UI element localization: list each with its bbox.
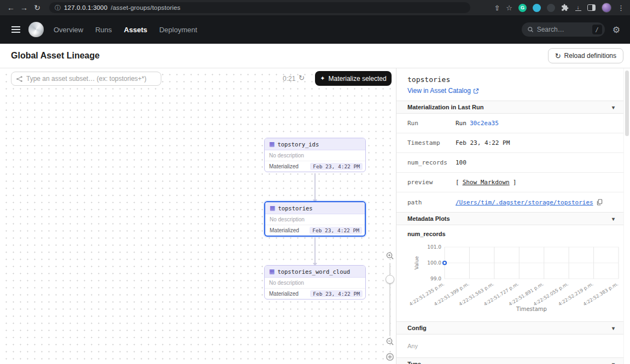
materialize-selected-button[interactable]: ✦ Materialize selected: [315, 71, 392, 86]
svg-text:Value: Value: [414, 256, 419, 269]
asset-node-name: topstory_ids: [277, 141, 319, 148]
metadata-row-preview: preview [Show Markdown]: [396, 173, 623, 192]
asset-node-name: topstories: [278, 205, 312, 212]
browser-reload-icon[interactable]: ↻: [31, 2, 44, 14]
nav-item-overview[interactable]: Overview: [54, 26, 83, 34]
url-host: 127.0.0.1:3000: [64, 4, 108, 11]
table-icon: ▦: [269, 268, 275, 274]
asset-node-description: No description: [265, 278, 365, 289]
materialization-timestamp-badge: Feb 23, 4:22 PM: [310, 227, 362, 234]
grammarly-extension-icon[interactable]: G: [518, 4, 527, 12]
section-type[interactable]: Type ▾: [396, 357, 623, 364]
svg-text:100.0: 100.0: [427, 260, 441, 266]
section-metadata-plots[interactable]: Metadata Plots ▾: [396, 212, 623, 225]
browser-chrome: ← → ↻ ⓘ 127.0.0.1:3000/asset-groups/tops…: [0, 0, 630, 15]
dagster-logo[interactable]: [28, 22, 44, 37]
refresh-icon[interactable]: ↻: [299, 74, 305, 82]
settings-gear-icon[interactable]: ⚙: [612, 25, 620, 35]
bookmark-star-icon[interactable]: ☆: [506, 4, 512, 12]
refresh-countdown: 0:21: [283, 75, 295, 83]
browser-back-icon[interactable]: ←: [4, 2, 18, 14]
downloads-icon[interactable]: ↓: [575, 5, 581, 11]
asset-node-topstory-ids[interactable]: ▦topstory_ids No description Materialize…: [264, 138, 366, 172]
metadata-row-timestamp: Timestamp Feb 23, 4:22 PM: [396, 133, 623, 153]
nav-item-runs[interactable]: Runs: [95, 26, 112, 34]
metadata-plot: 99.0100.0101.04:22:51.235 p.m.4:22:51.39…: [396, 237, 623, 316]
zoom-in-icon[interactable]: [386, 251, 394, 262]
lineage-edge: [314, 237, 316, 263]
materialization-timestamp-badge: Feb 23, 4:22 PM: [310, 163, 363, 170]
reload-icon: ↻: [555, 52, 561, 60]
plot-title: num_records: [396, 225, 623, 237]
recenter-icon[interactable]: [385, 352, 395, 364]
url-path: /asset-groups/topstories: [111, 4, 181, 11]
share-icon[interactable]: ⇧: [494, 4, 500, 12]
asset-detail-sidebar: topstories View in Asset Catalog Materia…: [396, 68, 630, 364]
page-title: Global Asset Lineage: [11, 51, 100, 61]
zoom-slider-handle[interactable]: [386, 275, 394, 284]
svg-text:101.0: 101.0: [427, 244, 441, 250]
asset-node-description: No description: [265, 214, 365, 225]
hamburger-menu-icon[interactable]: [10, 24, 22, 36]
side-panel-icon[interactable]: [587, 4, 596, 11]
search-input[interactable]: [537, 26, 589, 33]
copy-path-icon[interactable]: [597, 199, 603, 206]
extension-icon-3[interactable]: [547, 4, 555, 12]
sidebar-scrollbar[interactable]: [623, 68, 630, 364]
metadata-table: Run Run 30c2ea35 Timestamp Feb 23, 4:22 …: [396, 114, 623, 212]
lineage-edge: [314, 173, 316, 200]
browser-forward-icon[interactable]: →: [18, 2, 31, 14]
asset-node-status: Materialized: [269, 163, 299, 169]
sidebar-asset-name: topstories: [407, 75, 612, 84]
storage-path-link[interactable]: /Users/tim/.dagster/storage/topstories: [456, 199, 593, 206]
asset-subset-input[interactable]: [26, 75, 156, 83]
asset-subset-filter[interactable]: [11, 72, 161, 86]
slash-shortcut-key: /: [592, 25, 602, 34]
browser-menu-icon[interactable]: ⋮: [617, 4, 625, 12]
address-bar[interactable]: ⓘ 127.0.0.1:3000/asset-groups/topstories: [49, 2, 470, 13]
asset-node-topstories[interactable]: ▦topstories No description MaterializedF…: [264, 201, 366, 237]
chevron-down-icon: ▾: [612, 104, 615, 110]
zoom-out-icon[interactable]: [386, 337, 394, 348]
nav-item-assets[interactable]: Assets: [124, 26, 148, 34]
svg-text:Timestamp: Timestamp: [516, 306, 547, 312]
zoom-slider-track[interactable]: [389, 263, 390, 336]
profile-avatar[interactable]: [602, 3, 611, 13]
view-in-asset-catalog-link[interactable]: View in Asset Catalog: [407, 87, 479, 95]
chevron-down-icon: ▾: [612, 325, 615, 331]
site-info-icon[interactable]: ⓘ: [55, 4, 61, 12]
asset-node-status: Materialized: [270, 227, 299, 233]
app-header: Overview Runs Assets Deployment / ⚙: [0, 15, 630, 44]
show-markdown-link[interactable]: Show Markdown: [463, 179, 510, 186]
chevron-down-icon: ▾: [612, 361, 615, 364]
search-icon: [527, 26, 534, 33]
materialize-sparkle-icon: ✦: [320, 75, 325, 82]
nav-item-deployment[interactable]: Deployment: [159, 26, 197, 34]
reload-definitions-button[interactable]: ↻ Reload definitions: [548, 48, 623, 63]
chevron-down-icon: ▾: [612, 216, 615, 222]
table-icon: ▦: [269, 141, 275, 147]
run-id-link[interactable]: 30c2ea35: [470, 120, 499, 127]
metadata-row-run: Run Run 30c2ea35: [396, 114, 623, 133]
materialization-timestamp-badge: Feb 23, 4:22 PM: [310, 290, 363, 297]
page-title-bar: Global Asset Lineage ↻ Reload definition…: [0, 44, 630, 68]
table-icon: ▦: [270, 205, 275, 211]
global-search[interactable]: /: [522, 22, 605, 37]
scrollbar-thumb[interactable]: [625, 71, 629, 136]
asset-node-description: No description: [265, 150, 365, 161]
extensions-puzzle-icon[interactable]: [561, 4, 569, 11]
metadata-row-path: path /Users/tim/.dagster/storage/topstor…: [396, 192, 623, 212]
asset-selection-icon: [16, 75, 23, 83]
metadata-row-num-records: num_records 100: [396, 153, 623, 173]
external-link-icon: [473, 88, 479, 94]
section-materialization-in-last-run[interactable]: Materialization in Last Run ▾: [396, 101, 623, 114]
asset-node-status: Materialized: [269, 291, 299, 297]
section-config[interactable]: Config ▾: [396, 321, 623, 334]
config-value: Any: [396, 334, 623, 357]
extension-icon-2[interactable]: [533, 4, 541, 12]
asset-node-name: topstories_word_cloud: [277, 268, 350, 275]
svg-text:99.0: 99.0: [430, 276, 441, 281]
asset-node-topstories-word-cloud[interactable]: ▦topstories_word_cloud No description Ma…: [264, 265, 366, 300]
lineage-graph-canvas[interactable]: 0:21 ↻ ✦ Materialize selected ▦topstory_…: [0, 68, 396, 364]
